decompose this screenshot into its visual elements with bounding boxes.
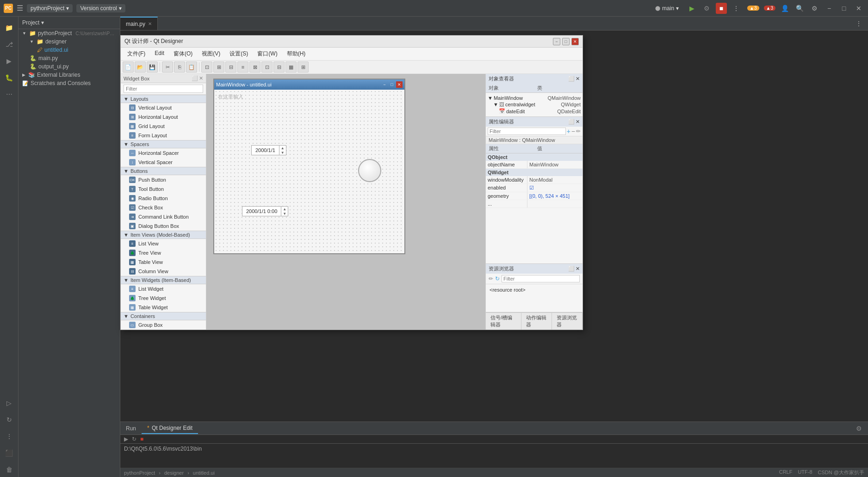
prop-minus-icon[interactable]: − — [571, 128, 575, 135]
tree-item-ext-libs[interactable]: ▶ 📚 External Libraries — [19, 71, 120, 79]
minimize-button[interactable]: − — [824, 3, 835, 14]
wb-item-grid-layout[interactable]: ▦ Grid Layout — [121, 122, 206, 131]
res-close-icon[interactable]: ✕ — [576, 266, 580, 272]
menu-settings[interactable]: 设置(S) — [225, 49, 253, 59]
menu-help[interactable]: 帮助(H) — [282, 49, 310, 59]
wb-item-tree-view[interactable]: 🌲 Tree View — [121, 248, 206, 257]
tool-save[interactable]: 💾 — [147, 61, 158, 73]
wb-section-item-widgets[interactable]: ▼Item Widgets (Item-Based) — [121, 276, 206, 284]
mw-close-button[interactable]: ✕ — [396, 81, 403, 88]
scratches-and-consoles[interactable]: 📝 Scratches and Consoles — [19, 79, 120, 87]
sidebar-icon-files[interactable]: 📁 — [2, 20, 17, 35]
menu-file[interactable]: 文件(F) — [123, 49, 150, 59]
res-refresh-icon[interactable]: ↻ — [495, 275, 500, 282]
obj-float-icon[interactable]: ⬜ — [568, 76, 575, 82]
tab-main-py[interactable]: main.py ✕ — [120, 17, 158, 30]
tool-open[interactable]: 📂 — [135, 61, 146, 73]
qt-max-button[interactable]: □ — [562, 38, 570, 45]
wb-item-vertical-layout[interactable]: ⊟ Vertical Layout — [121, 103, 206, 112]
tool-align6[interactable]: ⊡ — [261, 61, 273, 73]
tool-align5[interactable]: ⊠ — [249, 61, 260, 73]
tool-align7[interactable]: ⊟ — [273, 61, 285, 73]
datetime-spin-down[interactable]: ▼ — [281, 211, 288, 216]
tool-new[interactable]: 📄 — [123, 61, 134, 73]
tool-copy[interactable]: ⎘ — [174, 61, 185, 73]
tree-item-output-ui[interactable]: 🐍 output_ui.py — [19, 62, 120, 71]
tool-align1[interactable]: ⊡ — [201, 61, 212, 73]
sidebar-icon-terminal[interactable]: ⬛ — [2, 446, 17, 460]
tool-paste[interactable]: 📋 — [186, 61, 197, 73]
wb-section-containers[interactable]: ▼Containers — [121, 312, 206, 320]
prop-row-windowmodality[interactable]: windowModality NonModal — [486, 176, 583, 184]
wb-item-group-box[interactable]: ▭ Group Box — [121, 320, 206, 330]
wb-section-layouts[interactable]: ▼Layouts — [121, 95, 206, 103]
wb-section-buttons[interactable]: ▼Buttons — [121, 167, 206, 175]
resource-root-item[interactable]: <resource root> — [488, 286, 581, 294]
tree-item-untitled-ui[interactable]: 🖊 untitled.ui — [19, 46, 120, 54]
sidebar-icon-trash[interactable]: 🗑 — [2, 462, 17, 477]
menu-form[interactable]: 窗体(O) — [169, 49, 197, 59]
tree-item-main-py[interactable]: 🐍 main.py — [19, 54, 120, 62]
bottom-play-icon[interactable]: ▶ — [124, 436, 128, 442]
property-filter-input[interactable] — [488, 128, 566, 135]
wb-item-tool-button[interactable]: T Tool Button — [121, 184, 206, 194]
bottom-refresh-icon[interactable]: ↻ — [132, 436, 136, 442]
tool-align4[interactable]: ≡ — [237, 61, 248, 73]
editor-settings-icon[interactable]: ⋮ — [853, 18, 864, 29]
wb-item-table-view[interactable]: ▦ Table View — [121, 257, 206, 267]
dial-widget[interactable] — [358, 159, 381, 182]
date-spin-up[interactable]: ▲ — [279, 146, 286, 150]
maximize-button[interactable]: □ — [838, 3, 849, 14]
tool-align8[interactable]: ▦ — [285, 61, 297, 73]
wb-item-horizontal-spacer[interactable]: ↔ Horizontal Spacer — [121, 148, 206, 158]
wb-section-spacers[interactable]: ▼Spacers — [121, 140, 206, 148]
wb-item-dialog-button-box[interactable]: ▣ Dialog Button Box — [121, 221, 206, 231]
sidebar-icon-run[interactable]: ▶ — [2, 54, 17, 68]
version-control[interactable]: Version control ▾ — [76, 4, 125, 12]
qt-min-button[interactable]: − — [553, 38, 560, 45]
sidebar-icon-run2[interactable]: ▷ — [2, 396, 17, 410]
close-window-button[interactable]: ✕ — [853, 3, 864, 14]
tab-close-icon[interactable]: ✕ — [148, 21, 152, 26]
prop-edit-icon[interactable]: ✏ — [576, 128, 581, 135]
wb-close-icon[interactable]: ✕ — [199, 75, 203, 81]
wb-item-column-view[interactable]: ⊟ Column View — [121, 267, 206, 276]
designer-canvas[interactable]: MainWindow - untitled.ui − □ ✕ 在这里输入 — [206, 74, 485, 330]
widget-box-filter-input[interactable] — [124, 85, 203, 93]
qt-tab-signals[interactable]: 信号/槽编辑器 — [486, 313, 521, 330]
date-spin-down[interactable]: ▼ — [279, 150, 286, 155]
wb-item-horizontal-layout[interactable]: ⊞ Horizontal Layout — [121, 112, 206, 122]
qt-tab-resources[interactable]: 资源浏览器 — [552, 313, 583, 330]
search-button[interactable]: 🔍 — [794, 3, 805, 14]
run-branch[interactable]: ⬤ main ▾ — [651, 4, 682, 12]
sidebar-icon-more[interactable]: ⋯ — [2, 87, 17, 102]
res-edit-icon[interactable]: ✏ — [489, 275, 493, 282]
run-button[interactable]: ▶ — [686, 3, 697, 14]
project-name[interactable]: pythonProject ▾ — [27, 4, 73, 12]
bottom-tab-run[interactable]: Run — [120, 423, 142, 434]
wb-section-item-views[interactable]: ▼Item Views (Model-Based) — [121, 231, 206, 239]
build-button[interactable]: ⚙ — [701, 3, 712, 14]
wb-item-list-view[interactable]: ≡ List View — [121, 239, 206, 248]
obj-close-icon[interactable]: ✕ — [576, 76, 580, 82]
wb-item-radio-button[interactable]: ◉ Radio Button — [121, 194, 206, 203]
prop-row-geometry[interactable]: geometry [(0, 0), 524 × 451] — [486, 192, 583, 200]
sidebar-icon-refresh[interactable]: ↻ — [2, 412, 17, 427]
prop-row-enabled[interactable]: enabled ☑ — [486, 184, 583, 192]
more-button[interactable]: ⋮ — [731, 3, 742, 14]
obj-mainwindow[interactable]: ▼MainWindow QMainWindow — [488, 95, 581, 101]
obj-centralwidget[interactable]: ▼ 🖼 centralwidget QWidget — [493, 101, 581, 108]
menu-view[interactable]: 视图(V) — [197, 49, 225, 59]
res-float-icon[interactable]: ⬜ — [568, 266, 575, 272]
stop-button[interactable]: ■ — [716, 3, 727, 14]
sidebar-icon-debug[interactable]: 🐛 — [2, 70, 17, 85]
tool-align3[interactable]: ⊟ — [225, 61, 236, 73]
prop-float-icon[interactable]: ⬜ — [568, 119, 575, 125]
wb-item-list-widget[interactable]: ≡ List Widget — [121, 284, 206, 294]
hamburger-menu[interactable]: ☰ — [17, 4, 23, 12]
mw-max-button[interactable]: □ — [389, 81, 395, 88]
wb-item-push-button[interactable]: OK Push Button — [121, 175, 206, 184]
bottom-tab-qt-designer[interactable]: * Qt Designer Edit — [142, 423, 198, 434]
wb-float-icon[interactable]: ⬜ — [192, 75, 198, 81]
menu-window[interactable]: 窗口(W) — [253, 49, 282, 59]
